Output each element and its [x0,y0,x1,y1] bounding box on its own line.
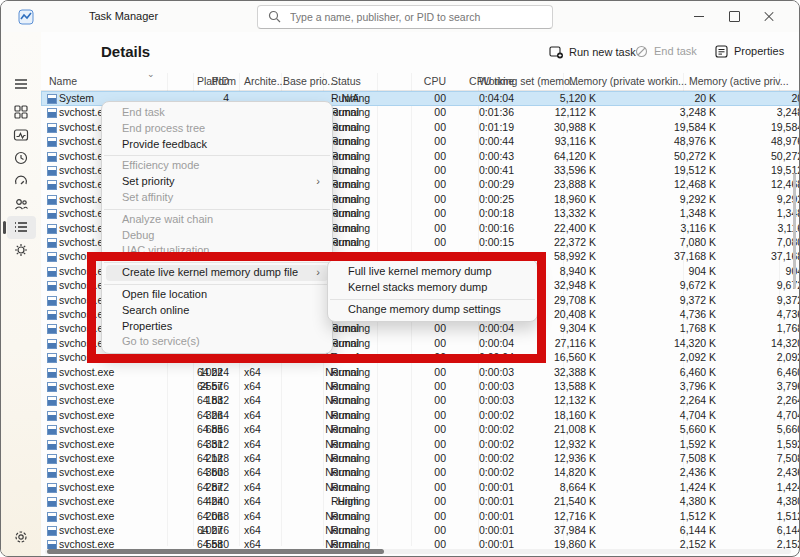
sidebar-item-services[interactable] [13,242,29,258]
cell-ws: 64,120 K [554,150,596,162]
cell-status: Running [331,135,370,147]
cell-status: Running [331,178,370,190]
table-row[interactable]: svchost.exe287264 bitx64NormalRunning000… [41,480,799,495]
cell-ws: 9,304 K [560,322,596,334]
vertical-scrollbar[interactable] [793,173,796,289]
cell-cputime: 0:00:03 [479,394,514,406]
cell-cpu: 00 [434,452,446,464]
settings-gear-icon[interactable] [13,529,29,545]
cell-memp: 20 K [694,92,716,104]
table-row[interactable]: svchost.exe1022464 bitx64NormalRunning00… [41,365,799,380]
cell-ws: 8,940 K [560,265,596,277]
cell-platform: 64 bit [197,510,223,522]
cell-mema: 4,380 K [777,495,799,507]
column-header-status[interactable]: Status [331,75,361,87]
cell-platform: 64 bit [197,466,223,478]
cell-arch: x64 [244,524,261,536]
process-icon [47,512,57,522]
cell-ws: 5,120 K [560,92,596,104]
sidebar-item-app-history[interactable] [13,150,29,166]
cell-platform: 64 bit [197,524,223,536]
column-header-mema[interactable]: Memory (active priv... [689,75,789,87]
cell-cputime: 0:00:01 [479,510,514,522]
cell-memp: 14,320 K [674,337,716,349]
cell-ws: 12,932 K [554,438,596,450]
cell-status: Running [331,495,370,507]
cell-memp: 50,272 K [674,150,716,162]
table-row[interactable]: svchost.exe326464 bitx64NormalRunning000… [41,408,799,423]
cell-cpu: 00 [434,207,446,219]
process-icon [47,180,57,190]
column-header-priority[interactable]: Base prio... [283,75,336,87]
cell-memp: 4,704 K [680,409,716,421]
cell-mema: 2,264 K [777,394,799,406]
cell-memp: 1,424 K [680,481,716,493]
table-row[interactable]: svchost.exe206864 bitx64NormalRunning000… [41,509,799,524]
cell-mema: 2,436 K [777,466,799,478]
cell-mema: 14,320 K [771,337,799,349]
cell-cputime: 0:00:02 [479,438,514,450]
sidebar-item-performance[interactable] [13,127,29,143]
search-box[interactable] [257,5,553,29]
menu-item-label: End task [122,105,165,121]
table-row[interactable]: svchost.exe2557664 bitx64NormalRunning00… [41,379,799,394]
column-header-platform[interactable]: Platform [197,75,236,87]
menu-item-end-task: End task [106,105,328,121]
menu-item-provide-feedback[interactable]: Provide feedback [106,137,328,153]
cell-cputime: 0:00:41 [479,164,514,176]
cell-cputime: 0:00:25 [479,193,514,205]
cell-mema: 1,768 K [777,322,799,334]
sidebar-item-details[interactable] [13,219,29,235]
cell-name: svchost.exe [59,394,114,406]
hamburger-menu-icon[interactable] [13,76,29,92]
sidebar-item-users[interactable] [13,196,29,212]
column-header-name[interactable]: Name [49,75,77,87]
cell-arch: x64 [244,366,261,378]
column-header-cpu[interactable]: CPU [424,75,446,87]
sidebar-item-processes[interactable] [13,104,29,120]
cell-mema: 6,460 K [777,366,799,378]
column-header-arch[interactable]: Archite... [244,75,285,87]
table-row[interactable]: svchost.exe360864 bitx64NormalRunning000… [41,465,799,480]
cell-memp: 2,092 K [680,351,716,363]
process-icon [47,238,57,248]
process-icon [47,396,57,406]
table-row[interactable]: svchost.exe424064 bitx64HighRunning000:0… [41,494,799,509]
search-icon [268,10,281,23]
horizontal-scrollbar-thumb[interactable] [47,549,384,554]
table-row[interactable]: svchost.exe1027664 bitx64NormalRunning00… [41,523,799,538]
cell-cpu: 00 [434,106,446,118]
minimize-button[interactable] [682,1,716,31]
cell-cputime: 0:01:19 [479,121,514,133]
search-input[interactable] [288,7,547,27]
cell-name: svchost.exe [59,452,114,464]
process-icon [47,497,57,507]
window-title: Task Manager [89,10,158,22]
cell-status: Running [331,510,370,522]
close-button[interactable] [752,1,786,31]
cell-ws: 29,708 K [554,294,596,306]
table-row[interactable]: svchost.exe331264 bitx64NormalRunning000… [41,437,799,452]
cell-cputime: 0:00:44 [479,135,514,147]
cell-cpu: 00 [434,394,446,406]
menu-item-set-priority[interactable]: Set priority› [106,174,328,190]
table-row[interactable]: svchost.exe685664 bitx64NormalRunning000… [41,422,799,437]
table-row[interactable]: svchost.exe183264 bitx64NormalRunning000… [41,393,799,408]
properties-button[interactable]: Properties [715,45,784,65]
cell-platform: 64 bit [197,495,223,507]
menu-item-label: Set affinity [122,190,173,206]
cell-arch: x64 [244,452,261,464]
run-new-task-button[interactable]: Run new task [549,45,636,65]
cell-cputime: 0:00:02 [479,466,514,478]
cell-status: Running [331,481,370,493]
maximize-button[interactable] [717,1,751,31]
cell-platform: 64 bit [197,481,223,493]
column-header-memp[interactable]: Memory (private workin... [569,75,687,87]
cell-memp: 19,512 K [674,164,716,176]
table-row[interactable]: svchost.exe212864 bitx64NormalRunning000… [41,451,799,466]
horizontal-scrollbar[interactable] [45,549,791,554]
cell-ws: 21,008 K [554,423,596,435]
sidebar-item-startup-apps[interactable] [13,173,29,189]
cell-platform: 64 bit [197,380,223,392]
cell-cpu: 00 [434,481,446,493]
